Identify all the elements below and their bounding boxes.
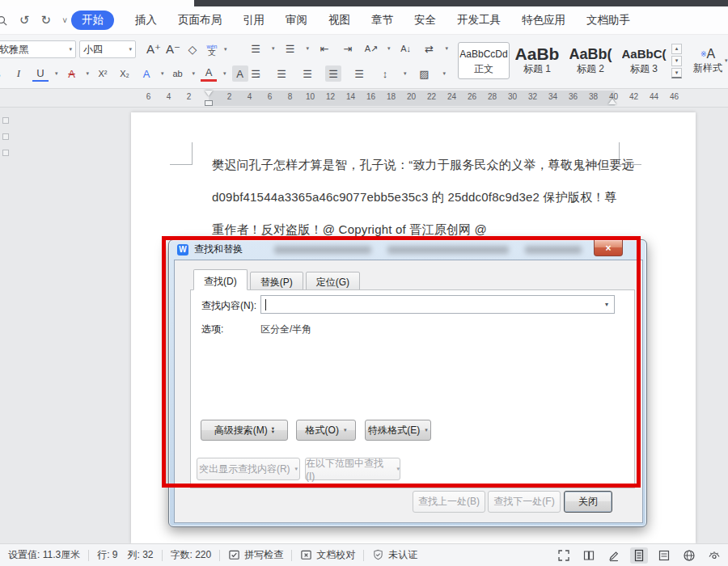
align-center-button[interactable]: ☰ (273, 65, 290, 82)
style-scroll-up-icon[interactable]: ▴ (671, 44, 682, 54)
superscript-button[interactable]: X² (95, 65, 111, 82)
document-text-line[interactable]: d09bf41544a3365a46c9077ebb5e35c3 的 25ddc… (212, 190, 665, 205)
highlight-button[interactable]: ab (170, 65, 186, 82)
undo-icon[interactable]: ↺ (19, 13, 30, 27)
dialog-tab-goto[interactable]: 定位(G) (306, 272, 360, 290)
certification-status[interactable]: 未认证 (364, 548, 425, 562)
combo-dropdown-button[interactable]: ▾ (599, 296, 614, 313)
show-marks-button[interactable]: ⇄ (421, 40, 438, 57)
grow-font-button[interactable]: A⁺ (146, 41, 162, 57)
text-direction-button[interactable]: A↗ (363, 40, 379, 57)
close-dialog-button[interactable]: 关闭 (564, 491, 612, 513)
chevron-down-icon[interactable]: ▾ (307, 45, 310, 52)
tab-home[interactable]: 开始 (71, 11, 114, 30)
hanging-indent-marker[interactable] (205, 100, 213, 106)
chevron-down-icon[interactable]: ▾ (55, 70, 58, 77)
chevron-down-icon[interactable]: ▾ (193, 70, 196, 77)
chevron-down-icon[interactable]: ▾ (87, 70, 90, 77)
qat-dropdown-icon[interactable]: ˅ (62, 16, 67, 25)
find-replace-dialog[interactable]: W 查找和替换 × 查找(D) 替换(P) 定位(G) 查找内容(N): ▾ 选… (168, 239, 647, 527)
align-left-button[interactable]: ☰ (248, 65, 264, 82)
chevron-down-icon[interactable]: ▾ (272, 45, 275, 52)
chevron-down-icon[interactable]: ▾ (443, 70, 447, 77)
find-next-button[interactable]: 查找下一处(F) (488, 491, 561, 513)
increase-indent-button[interactable]: ⇥ (340, 40, 356, 57)
chevron-down-icon[interactable]: ▾ (404, 70, 407, 77)
dialog-titlebar[interactable]: W 查找和替换 (177, 243, 243, 256)
distribute-button[interactable]: ☰ (351, 65, 367, 82)
line-spacing-button[interactable]: ↕ (377, 65, 393, 82)
spellcheck-toggle[interactable]: 拼写检查 (220, 548, 291, 562)
horizontal-ruler[interactable]: 642 2468101214161820222426283032343638 4… (0, 89, 728, 108)
print-layout-icon[interactable] (630, 547, 648, 564)
special-format-button[interactable]: 特殊格式(E) ▾ (365, 420, 431, 441)
font-name-combo[interactable]: 微软雅黑 ▾ (0, 40, 76, 58)
chevron-down-icon[interactable]: ▾ (161, 70, 164, 77)
tab-doc-assistant[interactable]: 文档助手 (586, 13, 630, 27)
tab-page-layout[interactable]: 页面布局 (178, 13, 222, 27)
shrink-font-button[interactable]: A⁻ (165, 41, 181, 57)
subscript-button[interactable]: X₂ (116, 65, 133, 82)
write-mode-icon[interactable] (605, 547, 623, 564)
proofread-toggle[interactable]: 文档校对 (292, 548, 363, 562)
dialog-tab-find[interactable]: 查找(D) (193, 269, 248, 290)
clear-format-button[interactable]: ◇ (184, 41, 201, 57)
format-button[interactable]: 格式(O) ▾ (296, 420, 356, 441)
print-preview-icon[interactable] (0, 15, 8, 27)
numbering-button[interactable]: ☰ (282, 40, 298, 57)
style-normal[interactable]: AaBbCcDd 正文 (458, 42, 510, 79)
style-heading2[interactable]: AaBb( 标题 2 (565, 42, 616, 79)
chevron-down-icon[interactable]: ▾ (387, 45, 391, 52)
bold-button[interactable]: B (0, 65, 5, 82)
find-previous-button[interactable]: 查找上一处(B) (413, 491, 485, 513)
tab-review[interactable]: 审阅 (286, 13, 307, 27)
redo-icon[interactable]: ↻ (41, 13, 52, 27)
text-effects-button[interactable]: A (138, 65, 154, 82)
word-count[interactable]: 字数: 220 (163, 548, 220, 562)
tab-dev-tools[interactable]: 开发工具 (457, 13, 501, 27)
bullets-button[interactable]: ☰ (248, 40, 264, 57)
eye-protection-icon[interactable] (705, 547, 723, 564)
style-gallery-expand-icon[interactable]: ▾ (671, 68, 682, 78)
tab-insert[interactable]: 插入 (135, 13, 157, 27)
chevron-down-icon[interactable]: ▾ (725, 57, 728, 64)
char-shading-button[interactable]: A (232, 65, 248, 82)
document-text-line[interactable]: 重作者！反对盗版！@ Copyright of 晋江原创网 @ (212, 222, 665, 238)
highlight-results-button[interactable]: 突出显示查找内容(R) ▾ (197, 458, 300, 480)
strikethrough-button[interactable]: A (64, 65, 80, 82)
fullscreen-icon[interactable] (555, 547, 573, 564)
tab-security[interactable]: 安全 (414, 13, 436, 27)
tab-section[interactable]: 章节 (371, 13, 393, 27)
italic-button[interactable]: I (11, 65, 27, 82)
first-line-indent-marker[interactable] (205, 91, 213, 96)
chevron-down-icon[interactable]: ▾ (223, 70, 226, 77)
read-layout-icon[interactable] (580, 547, 598, 564)
sidebar-mark[interactable] (2, 117, 9, 124)
underline-button[interactable]: U (32, 65, 49, 82)
font-size-combo[interactable]: 小四 ▾ (79, 40, 136, 58)
outline-view-icon[interactable] (655, 547, 673, 564)
new-style-button[interactable]: ※A 新样式 (693, 47, 722, 75)
web-layout-icon[interactable] (680, 547, 698, 564)
font-color-button[interactable]: A (201, 65, 217, 82)
find-content-input[interactable]: ▾ (260, 295, 615, 314)
pinyin-guide-button[interactable]: wén 文 (204, 41, 220, 57)
dialog-tab-replace[interactable]: 替换(P) (250, 272, 303, 290)
tab-special-apps[interactable]: 特色应用 (522, 13, 565, 27)
tab-references[interactable]: 引用 (243, 13, 265, 27)
align-right-button[interactable]: ☰ (299, 65, 315, 82)
sort-button[interactable]: A↓ (398, 40, 414, 57)
right-indent-marker[interactable] (608, 99, 616, 104)
chevron-down-icon[interactable]: ▾ (446, 45, 449, 52)
dialog-close-button[interactable]: × (594, 240, 623, 256)
tab-view[interactable]: 视图 (328, 13, 350, 27)
chevron-down-icon[interactable]: ▾ (224, 46, 227, 53)
style-heading3[interactable]: AaBbC( 标题 3 (618, 42, 670, 79)
find-in-range-button[interactable]: 在以下范围中查找(I) ▾ (305, 458, 400, 480)
document-text-line[interactable]: 樊迟问孔子怎样才算是智，孔子说：“致力于服务民众的义举，尊敬鬼神但要远 (212, 158, 665, 173)
style-heading1[interactable]: AaBb 标题 1 (511, 42, 563, 79)
sidebar-mark[interactable] (2, 133, 9, 140)
shading-button[interactable]: ▨ (417, 65, 433, 82)
style-scroll-down-icon[interactable]: ▾ (671, 56, 682, 66)
decrease-indent-button[interactable]: ⇤ (316, 40, 332, 57)
